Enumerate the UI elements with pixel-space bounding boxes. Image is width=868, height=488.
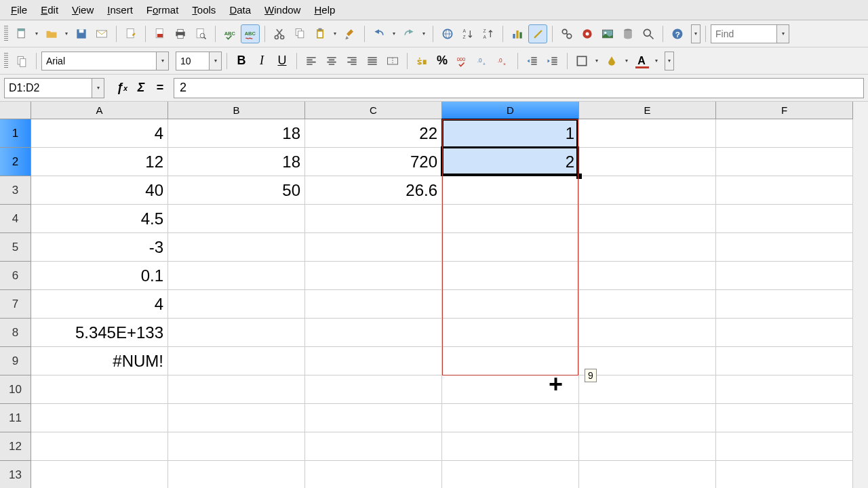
row-header-4[interactable]: 4 — [0, 205, 31, 233]
row-header-11[interactable]: 11 — [0, 404, 31, 432]
cell-C4[interactable] — [305, 205, 442, 233]
menu-data[interactable]: Data — [222, 2, 258, 18]
menu-edit[interactable]: Edit — [34, 2, 65, 18]
datasources-button[interactable] — [618, 24, 637, 43]
cell-D11[interactable] — [442, 404, 579, 432]
paste-dropdown[interactable] — [331, 30, 339, 37]
align-center-button[interactable] — [322, 52, 341, 70]
cell-D8[interactable] — [442, 319, 579, 347]
cell-E4[interactable] — [579, 205, 716, 233]
menu-file[interactable]: File — [4, 2, 34, 18]
auto-spellcheck-button[interactable]: ABC — [241, 24, 260, 43]
cell-E3[interactable] — [579, 176, 716, 205]
cell-D2[interactable]: 2 — [442, 148, 579, 176]
cell-B9[interactable] — [168, 347, 305, 375]
cell-F5[interactable] — [716, 233, 853, 262]
cell-D6[interactable] — [442, 262, 579, 290]
row-header-2[interactable]: 2 — [0, 148, 31, 176]
font-color-dropdown[interactable] — [652, 58, 660, 64]
cell-B11[interactable] — [168, 404, 305, 432]
font-name-dropdown[interactable] — [156, 52, 168, 70]
cell-D4[interactable] — [442, 205, 579, 233]
menu-help[interactable]: Help — [307, 2, 342, 18]
decrease-indent-button[interactable] — [523, 52, 542, 70]
save-button[interactable] — [72, 24, 91, 43]
gallery-button[interactable] — [598, 24, 617, 43]
copy-button[interactable] — [290, 24, 309, 43]
cell-C9[interactable] — [305, 347, 442, 375]
cell-A1[interactable]: 4 — [31, 119, 168, 148]
undo-button[interactable] — [370, 24, 389, 43]
menu-window[interactable]: Window — [258, 2, 307, 18]
cell-C12[interactable] — [305, 432, 442, 461]
column-header-A[interactable]: A — [31, 102, 168, 119]
cell-C5[interactable] — [305, 233, 442, 262]
print-preview-button[interactable] — [191, 24, 210, 43]
cell-F10[interactable] — [716, 375, 853, 404]
cell-C3[interactable]: 26.6 — [305, 176, 442, 205]
column-header-E[interactable]: E — [579, 102, 716, 119]
sort-asc-button[interactable]: AZ — [458, 24, 477, 43]
new-doc-dropdown[interactable] — [33, 30, 41, 37]
font-name-combo[interactable] — [41, 52, 169, 70]
undo-dropdown[interactable] — [390, 30, 398, 37]
cell-A13[interactable] — [31, 461, 168, 488]
cell-B5[interactable] — [168, 233, 305, 262]
font-name-input[interactable] — [42, 53, 156, 69]
font-size-dropdown[interactable] — [209, 52, 221, 70]
cell-A12[interactable] — [31, 432, 168, 461]
currency-button[interactable] — [412, 52, 431, 70]
format-paintbrush-button[interactable] — [340, 24, 359, 43]
cell-D5[interactable] — [442, 233, 579, 262]
cell-F6[interactable] — [716, 262, 853, 290]
cell-F7[interactable] — [716, 290, 853, 319]
row-header-10[interactable]: 10 — [0, 375, 31, 404]
insert-chart-button[interactable] — [508, 24, 527, 43]
italic-button[interactable]: I — [252, 52, 271, 70]
percent-button[interactable]: % — [433, 52, 452, 70]
function-wizard-button[interactable]: ƒx — [113, 79, 132, 98]
cell-E6[interactable] — [579, 262, 716, 290]
help-button[interactable]: ? — [668, 24, 687, 43]
toolbar-handle[interactable] — [4, 53, 8, 69]
cell-B13[interactable] — [168, 461, 305, 488]
toolbar-handle[interactable] — [4, 26, 8, 42]
find-dropdown[interactable] — [776, 25, 789, 43]
open-dropdown[interactable] — [62, 30, 71, 37]
number-format-button[interactable]: 000 — [453, 52, 472, 70]
menu-view[interactable]: View — [65, 2, 100, 18]
cell-A10[interactable] — [31, 375, 168, 404]
cell-B4[interactable] — [168, 205, 305, 233]
cell-E2[interactable] — [579, 148, 716, 176]
cell-F9[interactable] — [716, 347, 853, 375]
cell-B8[interactable] — [168, 319, 305, 347]
cell-E13[interactable] — [579, 461, 716, 488]
select-all-corner[interactable] — [0, 102, 31, 119]
cell-B10[interactable] — [168, 375, 305, 404]
email-button[interactable] — [92, 24, 111, 43]
row-header-13[interactable]: 13 — [0, 461, 31, 488]
equals-button[interactable]: = — [151, 79, 170, 98]
toolbar-overflow-2[interactable] — [665, 52, 674, 70]
cell-D7[interactable] — [442, 290, 579, 319]
bold-button[interactable]: B — [232, 52, 251, 70]
cell-C13[interactable] — [305, 461, 442, 488]
add-decimal-button[interactable]: .0+ — [473, 52, 492, 70]
cell-F3[interactable] — [716, 176, 853, 205]
cell-E10[interactable] — [579, 375, 716, 404]
sort-desc-button[interactable]: ZA — [479, 24, 498, 43]
toolbar-overflow[interactable] — [691, 24, 701, 43]
cell-C7[interactable] — [305, 290, 442, 319]
cell-C6[interactable] — [305, 262, 442, 290]
cell-E11[interactable] — [579, 404, 716, 432]
cell-C11[interactable] — [305, 404, 442, 432]
name-box-dropdown[interactable] — [92, 79, 104, 98]
edit-doc-button[interactable] — [121, 24, 140, 43]
borders-dropdown[interactable] — [593, 58, 601, 64]
cell-D9[interactable] — [442, 347, 579, 375]
menu-format[interactable]: Format — [140, 2, 186, 18]
column-header-D[interactable]: D — [442, 102, 579, 119]
cell-C1[interactable]: 22 — [305, 119, 442, 148]
underline-button[interactable]: U — [273, 52, 292, 70]
find-replace-button[interactable] — [557, 24, 576, 43]
